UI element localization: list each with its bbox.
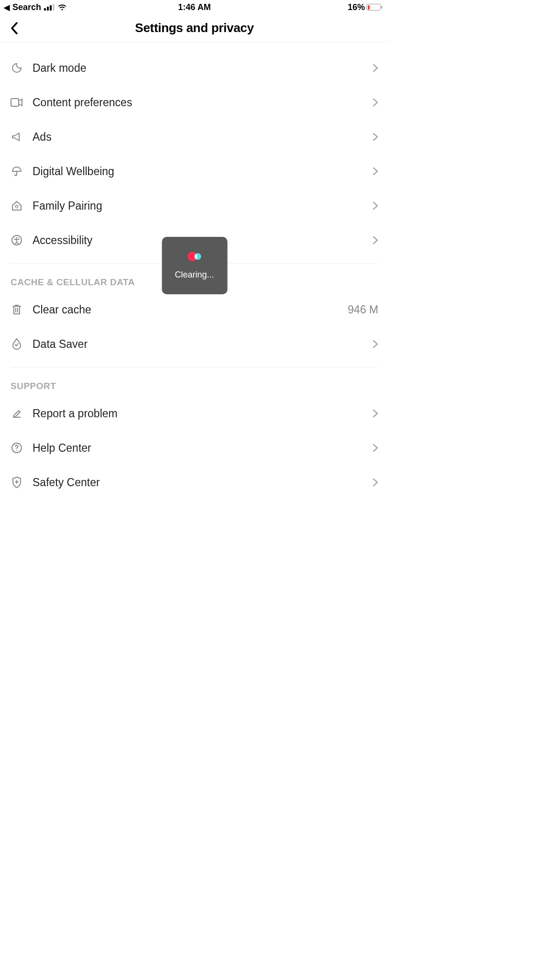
settings-item-family-pairing[interactable]: Family Pairing: [11, 189, 378, 223]
status-back-text[interactable]: Search: [12, 2, 41, 12]
settings-item-label: Family Pairing: [33, 200, 363, 212]
settings-item-label: Data Saver: [33, 338, 363, 351]
settings-item-label: Clear cache: [33, 303, 338, 316]
settings-item-clear-cache[interactable]: Clear cache 946 M: [11, 292, 378, 327]
chevron-right-icon: [373, 98, 378, 107]
chevron-right-icon: [373, 133, 378, 141]
back-caret-icon[interactable]: ◀: [4, 3, 10, 12]
chevron-right-icon: [373, 409, 378, 418]
settings-item-label: Ads: [33, 131, 363, 144]
trash-icon: [11, 303, 23, 316]
svg-rect-0: [11, 99, 19, 106]
settings-item-label: Help Center: [33, 442, 363, 455]
settings-item-digital-wellbeing[interactable]: Digital Wellbeing: [11, 154, 378, 189]
settings-item-label: Digital Wellbeing: [33, 165, 363, 178]
chevron-right-icon: [373, 167, 378, 176]
section-header-support: SUPPORT: [11, 368, 378, 396]
chevron-left-icon: [10, 22, 19, 35]
status-time: 1:46 AM: [178, 2, 210, 12]
shield-plus-icon: [11, 476, 23, 489]
status-bar: ◀ Search 1:46 AM 16%: [0, 0, 389, 14]
drop-icon: [11, 338, 23, 350]
settings-item-label: Safety Center: [33, 476, 363, 489]
chevron-right-icon: [373, 201, 378, 210]
status-left-group: ◀ Search: [4, 2, 67, 12]
question-circle-icon: [11, 442, 23, 454]
video-camera-icon: [11, 96, 23, 109]
settings-item-help-center[interactable]: Help Center: [11, 431, 378, 465]
settings-item-label: Content preferences: [33, 96, 363, 109]
accessibility-icon: [11, 234, 23, 246]
chevron-right-icon: [373, 444, 378, 452]
pencil-icon: [11, 407, 23, 420]
chevron-right-icon: [373, 236, 378, 245]
loading-toast: Clearing...: [162, 237, 227, 294]
megaphone-icon: [11, 131, 23, 143]
loading-spinner-icon: [188, 252, 201, 261]
settings-item-data-saver[interactable]: Data Saver: [11, 327, 378, 361]
svg-point-2: [16, 237, 18, 239]
page-header: Settings and privacy: [0, 14, 389, 42]
wifi-icon: [57, 4, 67, 11]
settings-item-report-problem[interactable]: Report a problem: [11, 396, 378, 431]
umbrella-icon: [11, 165, 23, 178]
home-heart-icon: [11, 200, 23, 212]
battery-icon: [366, 4, 382, 11]
settings-item-safety-center[interactable]: Safety Center: [11, 465, 378, 500]
moon-icon: [11, 62, 23, 74]
cache-size-value: 946 M: [348, 303, 378, 316]
settings-item-content-preferences[interactable]: Content preferences: [11, 85, 378, 120]
settings-item-label: Dark mode: [33, 62, 363, 75]
status-right-group: 16%: [348, 2, 382, 12]
chevron-right-icon: [373, 340, 378, 348]
chevron-right-icon: [373, 478, 378, 487]
settings-item-dark-mode[interactable]: Dark mode: [11, 51, 378, 85]
chevron-right-icon: [373, 64, 378, 72]
settings-item-label: Report a problem: [33, 407, 363, 420]
loading-text: Clearing...: [175, 270, 214, 280]
cellular-signal-icon: [44, 4, 55, 11]
back-button[interactable]: [10, 22, 19, 35]
settings-item-ads[interactable]: Ads: [11, 120, 378, 154]
page-title: Settings and privacy: [135, 21, 253, 35]
battery-percent: 16%: [348, 2, 365, 12]
